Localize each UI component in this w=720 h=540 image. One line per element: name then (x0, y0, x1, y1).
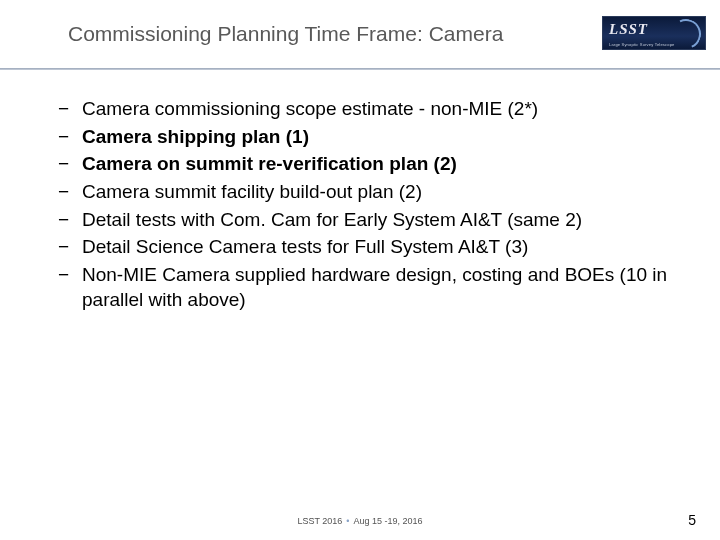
lsst-logo: LSST Large Synoptic Survey Telescope (602, 16, 706, 50)
list-item: Non-MIE Camera supplied hardware design,… (52, 262, 680, 313)
bullet-text: Camera commissioning scope estimate - no… (82, 98, 538, 119)
logo-background: LSST Large Synoptic Survey Telescope (602, 16, 706, 50)
content-area: Camera commissioning scope estimate - no… (0, 72, 720, 313)
bullet-text: Detail Science Camera tests for Full Sys… (82, 236, 528, 257)
bullet-text: Camera on summit re-verification plan (2… (82, 153, 457, 174)
bullet-list: Camera commissioning scope estimate - no… (52, 96, 680, 313)
list-item: Camera shipping plan (1) (52, 124, 680, 150)
list-item: Detail Science Camera tests for Full Sys… (52, 234, 680, 260)
bullet-text: Non-MIE Camera supplied hardware design,… (82, 264, 667, 311)
list-item: Camera on summit re-verification plan (2… (52, 151, 680, 177)
logo-subtext: Large Synoptic Survey Telescope (609, 42, 675, 47)
bullet-text: Camera summit facility build-out plan (2… (82, 181, 422, 202)
list-item: Camera commissioning scope estimate - no… (52, 96, 680, 122)
footer-separator-icon: • (346, 516, 349, 526)
list-item: Detail tests with Com. Cam for Early Sys… (52, 207, 680, 233)
bullet-text: Camera shipping plan (1) (82, 126, 309, 147)
logo-text: LSST (609, 21, 648, 38)
page-number: 5 (688, 512, 696, 528)
list-item: Camera summit facility build-out plan (2… (52, 179, 680, 205)
footer-right: Aug 15 -19, 2016 (353, 516, 422, 526)
bullet-text: Detail tests with Com. Cam for Early Sys… (82, 209, 582, 230)
footer: LSST 2016•Aug 15 -19, 2016 (0, 516, 720, 526)
header-divider (0, 68, 720, 70)
footer-left: LSST 2016 (297, 516, 342, 526)
